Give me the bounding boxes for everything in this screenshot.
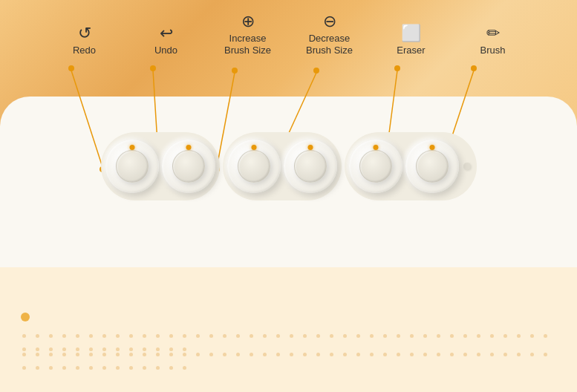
button-group-1 <box>101 132 220 200</box>
decrease-brush-icon: ⊖ <box>323 13 336 30</box>
deco-dot <box>76 353 79 356</box>
deco-dot <box>36 334 39 338</box>
increase-indicator-dot <box>251 145 256 150</box>
deco-dot <box>316 353 320 356</box>
deco-dot <box>397 334 400 338</box>
deco-dot <box>450 353 454 356</box>
deco-dot <box>503 353 507 356</box>
deco-dot <box>276 353 280 356</box>
deco-dot <box>423 353 427 356</box>
brush-icon: ✏ <box>486 25 500 42</box>
deco-dot <box>517 353 521 356</box>
deco-dot <box>129 353 133 356</box>
deco-dot <box>343 334 347 338</box>
redo-knob-inner <box>116 150 149 183</box>
deco-dot <box>250 334 253 338</box>
button-group-3 <box>345 132 477 200</box>
deco-dot <box>62 353 66 356</box>
decrease-indicator-dot <box>307 145 313 150</box>
deco-dot <box>290 353 293 356</box>
deco-dot <box>49 347 53 351</box>
deco-dot <box>156 366 160 370</box>
deco-dot <box>463 353 467 356</box>
eraser-label: Eraser <box>397 45 425 56</box>
deco-dot <box>223 334 226 338</box>
deco-dot <box>183 334 186 338</box>
deco-dot <box>303 353 307 356</box>
brush-button[interactable] <box>404 138 460 195</box>
undo-indicator-dot <box>186 145 191 150</box>
deco-dot <box>450 334 454 338</box>
decoration-dots-row <box>22 334 555 351</box>
deco-dot <box>410 353 414 356</box>
deco-dot <box>169 353 173 356</box>
increase-brush-icon: ⊕ <box>241 13 255 30</box>
deco-dot <box>22 366 26 370</box>
labels-row: ↺ Redo ↩ Undo ⊕ IncreaseBrush Size ⊖ Dec… <box>0 13 577 57</box>
label-undo: ↩ Undo <box>125 25 207 56</box>
decrease-brush-button[interactable] <box>282 138 339 195</box>
increase-brush-label: IncreaseBrush Size <box>224 33 271 57</box>
decoration-dots-row-2 <box>22 353 555 370</box>
deco-dot <box>330 353 333 356</box>
deco-dot <box>169 366 173 370</box>
deco-dot <box>22 353 26 356</box>
redo-label: Redo <box>73 45 96 56</box>
deco-dot <box>102 334 106 338</box>
deco-dot <box>89 353 93 356</box>
deco-dot <box>156 347 160 351</box>
deco-dot <box>530 334 534 338</box>
deco-dot <box>22 334 26 338</box>
deco-dot <box>383 353 387 356</box>
brush-knob-inner <box>416 150 449 183</box>
deco-dot <box>62 334 66 338</box>
label-decrease-brush: ⊖ DecreaseBrush Size <box>289 13 371 57</box>
deco-dot <box>143 353 146 356</box>
deco-dot <box>116 353 120 356</box>
deco-dot <box>102 347 106 351</box>
deco-dot <box>356 353 360 356</box>
label-increase-brush: ⊕ IncreaseBrush Size <box>207 13 289 57</box>
undo-icon: ↩ <box>160 25 173 42</box>
deco-dot <box>143 347 146 351</box>
deco-dot <box>156 353 160 356</box>
buttons-row <box>101 132 477 200</box>
decrease-brush-label: DecreaseBrush Size <box>306 33 353 57</box>
deco-dot <box>303 334 307 338</box>
eraser-button[interactable] <box>348 138 404 195</box>
deco-dot <box>437 353 440 356</box>
increase-brush-button[interactable] <box>226 138 282 195</box>
deco-dot <box>62 366 66 370</box>
deco-dot <box>423 334 427 338</box>
deco-dot <box>116 347 120 351</box>
deco-dot <box>36 353 39 356</box>
brush-indicator-dot <box>429 145 434 150</box>
deco-dot <box>236 353 240 356</box>
deco-dot <box>330 334 333 338</box>
label-redo: ↺ Redo <box>44 25 125 56</box>
deco-dot <box>196 353 200 356</box>
deco-dot <box>503 334 507 338</box>
deco-dot <box>89 334 93 338</box>
deco-dot <box>129 347 133 351</box>
deco-dot <box>36 347 39 351</box>
label-brush: ✏ Brush <box>452 25 534 56</box>
deco-dot <box>410 334 414 338</box>
undo-button[interactable] <box>160 138 217 195</box>
deco-dot <box>102 366 106 370</box>
deco-dot <box>223 353 226 356</box>
deco-dot <box>209 353 213 356</box>
deco-dot <box>370 353 374 356</box>
increase-knob-inner <box>238 150 270 183</box>
deco-dot <box>183 366 186 370</box>
redo-button[interactable] <box>104 138 160 195</box>
side-dot <box>463 163 471 170</box>
eraser-indicator-dot <box>373 145 378 150</box>
deco-dot <box>116 366 120 370</box>
deco-dot <box>49 334 53 338</box>
deco-dot <box>477 353 480 356</box>
deco-dot <box>517 334 521 338</box>
deco-dot <box>62 347 66 351</box>
deco-dot <box>183 353 186 356</box>
deco-dot <box>49 353 53 356</box>
